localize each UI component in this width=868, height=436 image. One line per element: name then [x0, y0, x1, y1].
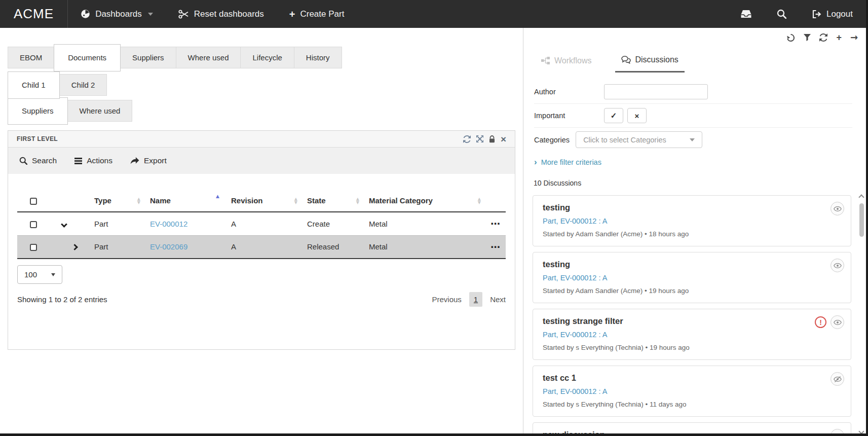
cell-state: Create [304, 212, 365, 235]
search-button[interactable]: Search [19, 156, 57, 165]
tab-bar-level2: Child 1 Child 2 [8, 74, 515, 96]
menu-dashboards-label: Dashboards [95, 9, 142, 19]
brand-logo[interactable]: ACME [0, 6, 67, 22]
tab-workflows[interactable]: Workflows [535, 55, 598, 72]
pagination-page-1[interactable]: 1 [469, 292, 482, 307]
select-all-checkbox[interactable] [30, 198, 37, 205]
discussion-title: testing [543, 260, 841, 269]
row-menu-icon[interactable]: ⋯ [490, 241, 501, 252]
sort-ascending-icon[interactable]: ▲ [216, 194, 219, 199]
tab-child-2[interactable]: Child 2 [59, 74, 107, 96]
important-no-button[interactable]: × [627, 108, 647, 123]
filter-icon[interactable] [804, 34, 811, 41]
tab-lifecycle[interactable]: Lifecycle [240, 47, 294, 68]
row-menu-icon[interactable]: ⋯ [490, 218, 501, 229]
menu-create-part-label: Create Part [300, 9, 344, 19]
tab-where-used[interactable]: Where used [176, 47, 241, 68]
discussion-card[interactable]: testing strange filter Part, EV-000012 :… [533, 309, 851, 360]
discussion-object-link[interactable]: Part, EV-000012 : A [543, 217, 841, 225]
discussion-object-link[interactable]: Part, EV-000012 : A [543, 331, 841, 339]
part-link[interactable]: EV-002069 [150, 242, 187, 251]
discussion-title: testing [543, 203, 841, 212]
tab-ebom[interactable]: EBOM [8, 47, 54, 68]
discussions-count: 10 Discussions [534, 179, 868, 187]
discussion-object-link[interactable]: Part, EV-000012 : A [543, 274, 841, 282]
main-content-panel: EBOM Documents Suppliers Where used Life… [0, 28, 523, 436]
sort-icons[interactable]: ▲▼ [356, 197, 359, 204]
arrow-right-icon[interactable]: → [850, 33, 858, 42]
discussion-object-link[interactable]: Part, EV-000012 : A [543, 387, 841, 395]
expand-row-icon[interactable] [71, 244, 78, 250]
watch-button[interactable] [831, 315, 844, 329]
discussions-scrollbar[interactable] [858, 195, 865, 434]
tab-history[interactable]: History [294, 47, 342, 68]
logout-icon [812, 10, 821, 19]
table-row-selected[interactable]: Part EV-002069 A Released Metal ⋯ [17, 235, 506, 259]
more-filter-criterias-link[interactable]: › More filter criterias [534, 158, 868, 166]
refresh-icon[interactable] [819, 33, 827, 42]
global-search-button[interactable] [764, 0, 799, 28]
search-icon [19, 157, 27, 165]
refresh-icon[interactable] [463, 135, 471, 143]
tab-discussions[interactable]: Discussions [615, 55, 685, 72]
column-header-material-category[interactable]: Material Category ▲▼ [365, 190, 487, 212]
lock-icon[interactable] [489, 135, 495, 143]
tab-documents[interactable]: Documents [54, 44, 121, 71]
column-header-type[interactable]: Type ▲▼ [91, 190, 146, 212]
actions-button[interactable]: Actions [74, 156, 112, 165]
scroll-up-icon[interactable] [858, 194, 864, 200]
row-checkbox[interactable] [30, 244, 37, 251]
unwatch-button[interactable] [831, 372, 844, 386]
table-row[interactable]: Part EV-000012 A Create Metal ⋯ [17, 212, 506, 235]
scrollbar-thumb[interactable] [859, 203, 864, 237]
menu-create-part[interactable]: + Create Part [277, 0, 357, 28]
discussion-list: testing Part, EV-000012 : A Started by A… [533, 195, 851, 436]
export-button[interactable]: Export [130, 156, 167, 165]
pagination-next[interactable]: Next [490, 295, 506, 304]
column-header-name[interactable]: Name ▲ [146, 190, 228, 212]
row-checkbox[interactable] [30, 221, 37, 228]
tab-child-1[interactable]: Child 1 [8, 71, 60, 99]
filter-row-important: Important ✓ × [534, 104, 852, 128]
discussion-title: testing strange filter [543, 316, 841, 326]
expand-panel-icon[interactable] [476, 135, 483, 142]
watch-button[interactable] [831, 259, 844, 272]
sort-icons[interactable]: ▲▼ [137, 197, 140, 204]
table-toolbar: Search Actions Export [8, 148, 515, 174]
history-icon[interactable] [786, 33, 795, 42]
plus-icon: + [289, 9, 295, 19]
inbox-tray-button[interactable] [728, 0, 764, 28]
tab-where-used-sub[interactable]: Where used [67, 100, 133, 122]
cell-revision: A [228, 212, 304, 235]
table-header-row: Type ▲▼ Name ▲ Revision ▲▼ State ▲▼ Mate… [17, 190, 506, 212]
panel-title: FIRST LEVEL [17, 135, 58, 142]
tab-suppliers-sub[interactable]: Suppliers [8, 97, 68, 125]
page-size-select[interactable]: 100 [17, 265, 62, 284]
part-link[interactable]: EV-000012 [150, 220, 187, 228]
logout-button[interactable]: Logout [799, 0, 868, 28]
collapse-row-icon[interactable] [61, 221, 67, 228]
showing-entries-text: Showing 1 to 2 of 2 entries [17, 295, 107, 304]
window-bottom-edge [0, 433, 868, 436]
discussion-title: test cc 1 [543, 373, 841, 383]
sort-icons[interactable]: ▲▼ [294, 197, 297, 204]
inbox-tray-icon [741, 10, 751, 18]
important-yes-button[interactable]: ✓ [604, 108, 623, 123]
menu-reset-dashboards[interactable]: Reset dashboards [166, 0, 277, 28]
sort-icons[interactable]: ▲▼ [478, 197, 481, 204]
close-icon[interactable]: × [501, 134, 506, 144]
column-header-revision[interactable]: Revision ▲▼ [228, 190, 304, 212]
categories-placeholder: Click to select Categories [583, 136, 666, 144]
discussion-card[interactable]: test cc 1 Part, EV-000012 : A Started by… [533, 366, 851, 417]
discussion-filters: Author Important ✓ × Categories Click to… [534, 80, 852, 152]
pagination-previous[interactable]: Previous [432, 295, 461, 304]
watch-button[interactable] [831, 202, 844, 215]
tab-suppliers[interactable]: Suppliers [120, 47, 176, 68]
discussion-card[interactable]: testing Part, EV-000012 : A Started by A… [533, 195, 851, 246]
column-header-state[interactable]: State ▲▼ [304, 190, 365, 212]
add-icon[interactable]: + [836, 33, 842, 42]
categories-select[interactable]: Click to select Categories [576, 131, 702, 148]
author-input[interactable] [604, 84, 708, 99]
menu-dashboards[interactable]: Dashboards [68, 0, 166, 28]
discussion-card[interactable]: testing Part, EV-000012 : A Started by A… [533, 252, 851, 303]
